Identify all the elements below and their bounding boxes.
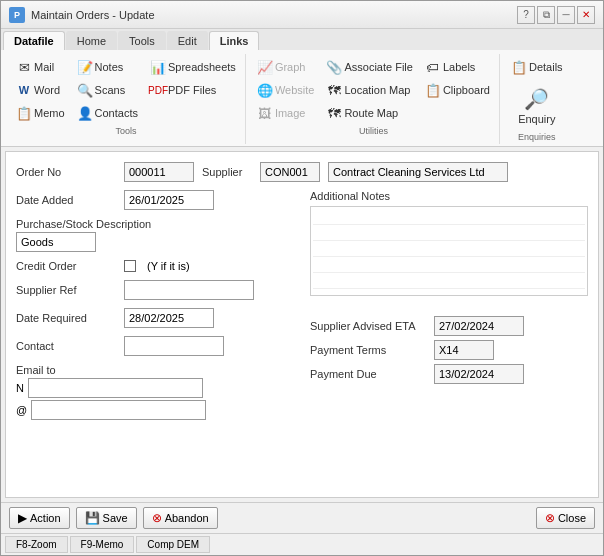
close-icon: ⊗ [545, 511, 555, 525]
ribbon-associatefile-btn[interactable]: 📎 Associate File [321, 56, 417, 78]
additional-notes-section: Additional Notes [310, 190, 588, 296]
tab-home[interactable]: Home [66, 31, 117, 50]
email-to-label: Email to [16, 364, 116, 376]
labels-icon: 🏷 [425, 59, 441, 75]
ribbon-routemap-btn[interactable]: 🗺 Route Map [321, 102, 417, 124]
abandon-button[interactable]: ⊗ Abandon [143, 507, 218, 529]
save-button[interactable]: 💾 Save [76, 507, 137, 529]
title-close-button[interactable]: ✕ [577, 6, 595, 24]
action-button[interactable]: ▶ Action [9, 507, 70, 529]
ribbon-clipboard-btn[interactable]: 📋 Clipboard [420, 79, 495, 101]
mail-icon: ✉ [16, 59, 32, 75]
clipboard-icon: 📋 [425, 82, 441, 98]
app-icon: P [9, 7, 25, 23]
payment-terms-input[interactable] [434, 340, 494, 360]
locationmap-icon: 🗺 [326, 82, 342, 98]
ribbon-locationmap-btn[interactable]: 🗺 Location Map [321, 79, 417, 101]
date-added-row: Date Added [16, 190, 294, 210]
main-window: P Maintain Orders - Update ? ⧉ ─ ✕ Dataf… [0, 0, 604, 556]
payment-terms-row: Payment Terms [310, 340, 588, 360]
status-bar: F8-Zoom F9-Memo Comp DEM [1, 533, 603, 555]
notes-icon: 📝 [77, 59, 93, 75]
ribbon-graph-btn[interactable]: 📈 Graph [252, 56, 320, 78]
payment-due-input[interactable] [434, 364, 524, 384]
form-section: Date Added Purchase/Stock Description Cr… [16, 190, 588, 428]
ribbon-tabs: Datafile Home Tools Edit Links [1, 29, 603, 50]
ribbon-pdffiles-btn[interactable]: PDF PDF Files [145, 79, 241, 101]
spreadsheets-icon: 📊 [150, 59, 166, 75]
email-n-input[interactable] [28, 378, 203, 398]
contact-label: Contact [16, 340, 116, 352]
date-required-row: Date Required [16, 308, 294, 328]
supplier-ref-row: Supplier Ref [16, 280, 294, 300]
supplier-input[interactable] [260, 162, 320, 182]
image-icon: 🖼 [257, 105, 273, 121]
notes-box[interactable] [310, 206, 588, 296]
email-at-input[interactable] [31, 400, 206, 420]
ribbon-mail-btn[interactable]: ✉ Mail [11, 56, 70, 78]
tab-edit[interactable]: Edit [167, 31, 208, 50]
title-bar: P Maintain Orders - Update ? ⧉ ─ ✕ [1, 1, 603, 29]
supplier-ref-input[interactable] [124, 280, 254, 300]
ribbon-spreadsheets-btn[interactable]: 📊 Spreadsheets [145, 56, 241, 78]
description-label: Purchase/Stock Description [16, 218, 151, 230]
associatefile-icon: 📎 [326, 59, 342, 75]
tab-tools[interactable]: Tools [118, 31, 166, 50]
payment-terms-label: Payment Terms [310, 344, 430, 356]
memo-icon: 📋 [16, 105, 32, 121]
ribbon-group-tools: ✉ Mail W Word 📋 Memo [7, 54, 246, 144]
utilities-group-label: Utilities [359, 126, 388, 136]
scans-icon: 🔍 [77, 82, 93, 98]
supplier-eta-input[interactable] [434, 316, 524, 336]
email-to-row: Email to N @ [16, 364, 294, 420]
tab-links[interactable]: Links [209, 31, 260, 50]
save-icon: 💾 [85, 511, 100, 525]
ribbon-memo-btn[interactable]: 📋 Memo [11, 102, 70, 124]
restore-button[interactable]: ⧉ [537, 6, 555, 24]
contacts-icon: 👤 [77, 105, 93, 121]
ribbon-labels-btn[interactable]: 🏷 Labels [420, 56, 495, 78]
ribbon-word-btn[interactable]: W Word [11, 79, 70, 101]
order-row: Order No Supplier [16, 162, 588, 182]
supplier-eta-section: Supplier Advised ETA Payment Terms Payme… [310, 316, 588, 384]
abandon-icon: ⊗ [152, 511, 162, 525]
company-name-input[interactable] [328, 162, 508, 182]
status-tab-f9memo[interactable]: F9-Memo [70, 536, 135, 553]
ribbon-contacts-btn[interactable]: 👤 Contacts [72, 102, 143, 124]
description-input[interactable] [16, 232, 96, 252]
minimize-button[interactable]: ─ [557, 6, 575, 24]
credit-order-checkbox[interactable] [124, 260, 136, 272]
contact-row: Contact [16, 336, 294, 356]
supplier-eta-row: Supplier Advised ETA [310, 316, 588, 336]
contact-input[interactable] [124, 336, 224, 356]
form-left: Date Added Purchase/Stock Description Cr… [16, 190, 294, 428]
word-icon: W [16, 82, 32, 98]
bottom-left: ▶ Action 💾 Save ⊗ Abandon [9, 507, 218, 529]
order-no-input[interactable] [124, 162, 194, 182]
ribbon-details-btn[interactable]: 📋 Details [506, 56, 568, 78]
date-required-input[interactable] [124, 308, 214, 328]
ribbon-enquiry-btn[interactable]: 🔎 Enquiry [511, 82, 562, 130]
ribbon-scans-btn[interactable]: 🔍 Scans [72, 79, 143, 101]
status-tab-f8zoom[interactable]: F8-Zoom [5, 536, 68, 553]
ribbon-notes-btn[interactable]: 📝 Notes [72, 56, 143, 78]
ribbon-website-btn[interactable]: 🌐 Website [252, 79, 320, 101]
payment-due-label: Payment Due [310, 368, 430, 380]
enquiries-group-label: Enquiries [518, 132, 556, 142]
date-required-label: Date Required [16, 312, 116, 324]
close-button[interactable]: ⊗ Close [536, 507, 595, 529]
order-no-label: Order No [16, 166, 116, 178]
pdf-icon: PDF [150, 82, 166, 98]
help-button[interactable]: ? [517, 6, 535, 24]
status-tab-compdem[interactable]: Comp DEM [136, 536, 210, 553]
credit-order-row: Credit Order (Y if it is) [16, 260, 294, 272]
ribbon-image-btn[interactable]: 🖼 Image [252, 102, 320, 124]
supplier-ref-label: Supplier Ref [16, 284, 116, 296]
enquiry-icon: 🔎 [525, 87, 549, 111]
ribbon: Datafile Home Tools Edit Links ✉ Mail W [1, 29, 603, 147]
form-area: Order No Supplier Date Added Purchase/St… [5, 151, 599, 498]
bottom-bar: ▶ Action 💾 Save ⊗ Abandon ⊗ Close [1, 502, 603, 533]
tools-group-label: Tools [115, 126, 136, 136]
date-added-input[interactable] [124, 190, 214, 210]
tab-datafile[interactable]: Datafile [3, 31, 65, 50]
